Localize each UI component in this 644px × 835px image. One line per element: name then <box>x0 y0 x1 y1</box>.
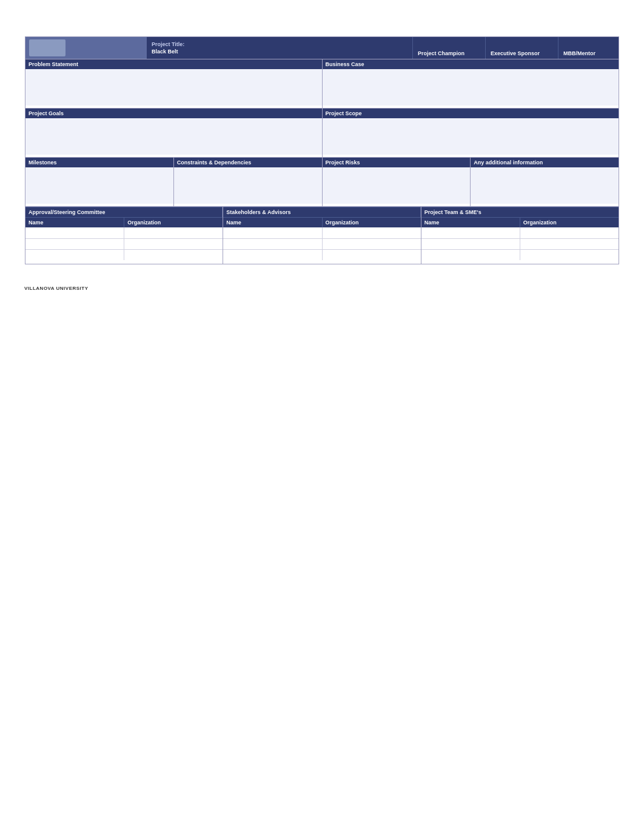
stakeholders-row-2 <box>223 238 420 249</box>
project-team-name-2[interactable] <box>421 239 520 249</box>
stakeholders-header-row: Stakeholders & Advisors <box>223 207 420 217</box>
stakeholders-sub-headers: Name Organization <box>223 217 420 227</box>
milestones-header: Milestones <box>25 158 173 167</box>
approval-row-3 <box>25 249 223 260</box>
milestones-row: Milestones Constraints & Dependencies Pr… <box>25 157 619 206</box>
stakeholders-data-rows <box>223 227 420 264</box>
approval-name-3[interactable] <box>25 250 124 260</box>
stakeholders-org-1[interactable] <box>323 227 421 238</box>
stakeholders-name-2[interactable] <box>223 239 322 249</box>
problem-statement-cell: Problem Statement <box>25 59 323 108</box>
project-goals-body[interactable] <box>25 118 322 155</box>
constraints-header: Constraints & Dependencies <box>174 158 322 167</box>
approval-org-1[interactable] <box>124 227 223 238</box>
project-team-row-3 <box>421 249 619 260</box>
additional-body[interactable] <box>471 167 619 204</box>
stakeholders-group: Stakeholders & Advisors Name Organizatio… <box>223 207 421 264</box>
constraints-cell: Constraints & Dependencies <box>174 158 323 206</box>
champion-label: Project Champion <box>418 50 480 56</box>
approval-data-rows <box>25 227 223 264</box>
project-team-group: Project Team & SME's Name Organization <box>421 207 619 264</box>
approval-merged-header: Approval/Steering Committee <box>25 207 223 217</box>
problem-business-row: Problem Statement Business Case <box>25 59 619 108</box>
stakeholders-org-header: Organization <box>323 218 421 227</box>
project-scope-body[interactable] <box>323 118 619 155</box>
problem-statement-header: Problem Statement <box>25 59 322 69</box>
project-team-org-1[interactable] <box>520 227 619 238</box>
project-goals-header: Project Goals <box>25 109 322 118</box>
header-title-cell: Project Title: Black Belt <box>147 37 412 59</box>
university-label: VILLANOVA UNIVERSITY <box>24 286 89 291</box>
stakeholders-merged-header: Stakeholders & Advisors <box>223 207 420 217</box>
approval-org-header: Organization <box>124 218 223 227</box>
project-team-header-row: Project Team & SME's <box>421 207 619 217</box>
project-team-name-3[interactable] <box>421 250 520 260</box>
approval-org-3[interactable] <box>124 250 223 260</box>
team-section-row: Approval/Steering Committee Name Organiz… <box>25 206 619 264</box>
project-team-name-1[interactable] <box>421 227 520 238</box>
approval-row-1 <box>25 227 223 238</box>
project-title-label: Project Title: <box>152 41 408 47</box>
business-case-header: Business Case <box>323 59 619 69</box>
milestones-body[interactable] <box>25 167 173 204</box>
problem-statement-body[interactable] <box>25 69 322 106</box>
risks-cell: Project Risks <box>323 158 471 206</box>
project-team-merged-header: Project Team & SME's <box>421 207 619 217</box>
constraints-body[interactable] <box>174 167 322 204</box>
approval-committee-group: Approval/Steering Committee Name Organiz… <box>25 207 223 264</box>
project-team-sub-headers: Name Organization <box>421 217 619 227</box>
risks-body[interactable] <box>323 167 471 204</box>
approval-name-1[interactable] <box>25 227 124 238</box>
project-team-row-2 <box>421 238 619 249</box>
additional-cell: Any additional information <box>471 158 619 206</box>
approval-sub-headers: Name Organization <box>25 217 223 227</box>
black-belt-label: Black Belt <box>152 49 408 55</box>
approval-name-2[interactable] <box>25 239 124 249</box>
additional-header: Any additional information <box>471 158 619 167</box>
risks-header: Project Risks <box>323 158 471 167</box>
header-row: Project Title: Black Belt Project Champi… <box>25 37 619 59</box>
business-case-body[interactable] <box>323 69 619 106</box>
stakeholders-org-3[interactable] <box>323 250 421 260</box>
goals-scope-row: Project Goals Project Scope <box>25 108 619 157</box>
stakeholders-name-1[interactable] <box>223 227 322 238</box>
stakeholders-row-1 <box>223 227 420 238</box>
project-team-row-1 <box>421 227 619 238</box>
approval-org-2[interactable] <box>124 239 223 249</box>
header-champion-cell: Project Champion <box>412 37 485 59</box>
header-sponsor-cell: Executive Sponsor <box>485 37 558 59</box>
project-team-org-header: Organization <box>520 218 619 227</box>
business-case-cell: Business Case <box>323 59 619 108</box>
mentor-label: MBB/Mentor <box>563 50 614 56</box>
header-mentor-cell: MBB/Mentor <box>558 37 619 59</box>
approval-name-header: Name <box>25 218 124 227</box>
stakeholders-row-3 <box>223 249 420 260</box>
stakeholders-name-header: Name <box>223 218 322 227</box>
approval-header-row: Approval/Steering Committee <box>25 207 223 217</box>
logo-placeholder <box>29 39 65 56</box>
approval-row-2 <box>25 238 223 249</box>
stakeholders-name-3[interactable] <box>223 250 322 260</box>
milestones-cell: Milestones <box>25 158 174 206</box>
logo-cell <box>25 37 147 59</box>
project-scope-header: Project Scope <box>323 109 619 118</box>
project-team-org-3[interactable] <box>520 250 619 260</box>
project-team-name-header: Name <box>421 218 520 227</box>
project-charter-form: Project Title: Black Belt Project Champi… <box>25 36 619 264</box>
project-scope-cell: Project Scope <box>323 109 619 157</box>
project-team-org-2[interactable] <box>520 239 619 249</box>
footer: VILLANOVA UNIVERSITY <box>24 277 620 297</box>
stakeholders-org-2[interactable] <box>323 239 421 249</box>
project-team-data-rows <box>421 227 619 264</box>
sponsor-label: Executive Sponsor <box>491 50 553 56</box>
project-goals-cell: Project Goals <box>25 109 323 157</box>
